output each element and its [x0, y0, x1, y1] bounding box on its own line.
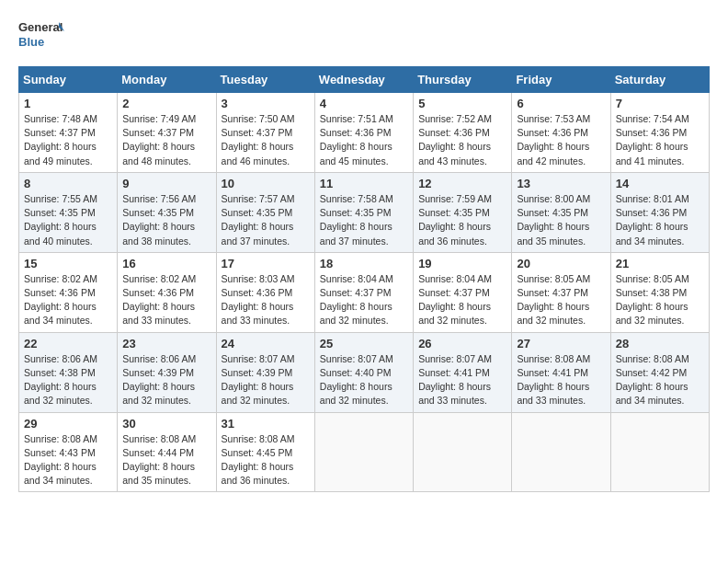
day-info: Sunrise: 8:08 AMSunset: 4:41 PMDaylight:… [517, 352, 605, 408]
day-info: Sunrise: 7:51 AMSunset: 4:36 PMDaylight:… [320, 112, 408, 168]
day-number: 29 [24, 417, 112, 431]
svg-text:Blue: Blue [18, 35, 44, 49]
day-number: 16 [122, 257, 210, 270]
calendar-cell: 17 Sunrise: 8:03 AMSunset: 4:36 PMDaylig… [216, 252, 314, 332]
calendar-cell [512, 412, 610, 492]
day-info: Sunrise: 8:07 AMSunset: 4:41 PMDaylight:… [418, 352, 506, 408]
calendar-cell: 13 Sunrise: 8:00 AMSunset: 4:35 PMDaylig… [512, 172, 610, 252]
day-info: Sunrise: 7:52 AMSunset: 4:36 PMDaylight:… [418, 112, 506, 168]
header: General Blue [18, 18, 710, 52]
day-info: Sunrise: 8:06 AMSunset: 4:39 PMDaylight:… [122, 352, 210, 408]
calendar-cell: 14 Sunrise: 8:01 AMSunset: 4:36 PMDaylig… [610, 172, 709, 252]
day-number: 2 [122, 97, 210, 110]
day-info: Sunrise: 8:05 AMSunset: 4:37 PMDaylight:… [517, 272, 605, 328]
day-number: 11 [320, 177, 408, 190]
day-info: Sunrise: 8:03 AMSunset: 4:36 PMDaylight:… [222, 272, 310, 328]
day-number: 17 [222, 257, 310, 270]
day-number: 7 [616, 97, 704, 110]
day-info: Sunrise: 8:02 AMSunset: 4:36 PMDaylight:… [24, 272, 112, 328]
calendar-cell: 24 Sunrise: 8:07 AMSunset: 4:39 PMDaylig… [216, 332, 314, 412]
day-info: Sunrise: 8:08 AMSunset: 4:44 PMDaylight:… [122, 432, 210, 488]
day-info: Sunrise: 7:58 AMSunset: 4:35 PMDaylight:… [320, 192, 408, 248]
calendar-cell: 27 Sunrise: 8:08 AMSunset: 4:41 PMDaylig… [512, 332, 610, 412]
calendar-cell: 18 Sunrise: 8:04 AMSunset: 4:37 PMDaylig… [314, 252, 413, 332]
day-info: Sunrise: 8:02 AMSunset: 4:36 PMDaylight:… [122, 272, 210, 328]
day-info: Sunrise: 7:56 AMSunset: 4:35 PMDaylight:… [122, 192, 210, 248]
day-info: Sunrise: 8:08 AMSunset: 4:45 PMDaylight:… [222, 432, 310, 488]
day-info: Sunrise: 8:06 AMSunset: 4:38 PMDaylight:… [24, 352, 112, 408]
calendar-cell: 20 Sunrise: 8:05 AMSunset: 4:37 PMDaylig… [512, 252, 610, 332]
day-number: 23 [122, 337, 210, 350]
day-info: Sunrise: 8:00 AMSunset: 4:35 PMDaylight:… [517, 192, 605, 248]
day-info: Sunrise: 7:54 AMSunset: 4:36 PMDaylight:… [616, 112, 704, 168]
calendar-cell: 28 Sunrise: 8:08 AMSunset: 4:42 PMDaylig… [610, 332, 709, 412]
day-number: 6 [517, 97, 605, 110]
calendar-cell: 26 Sunrise: 8:07 AMSunset: 4:41 PMDaylig… [414, 332, 512, 412]
weekday-header-monday: Monday [118, 67, 216, 93]
day-info: Sunrise: 7:49 AMSunset: 4:37 PMDaylight:… [122, 112, 210, 168]
day-info: Sunrise: 7:50 AMSunset: 4:37 PMDaylight:… [222, 112, 310, 168]
calendar-cell: 10 Sunrise: 7:57 AMSunset: 4:35 PMDaylig… [216, 172, 314, 252]
day-number: 31 [222, 417, 310, 431]
calendar-cell: 19 Sunrise: 8:04 AMSunset: 4:37 PMDaylig… [414, 252, 512, 332]
day-number: 5 [418, 97, 506, 110]
day-info: Sunrise: 8:07 AMSunset: 4:39 PMDaylight:… [222, 352, 310, 408]
day-info: Sunrise: 7:53 AMSunset: 4:36 PMDaylight:… [517, 112, 605, 168]
day-info: Sunrise: 7:48 AMSunset: 4:37 PMDaylight:… [24, 112, 112, 168]
calendar-cell: 22 Sunrise: 8:06 AMSunset: 4:38 PMDaylig… [19, 332, 118, 412]
day-info: Sunrise: 7:55 AMSunset: 4:35 PMDaylight:… [24, 192, 112, 248]
calendar-cell [414, 412, 512, 492]
calendar-cell: 31 Sunrise: 8:08 AMSunset: 4:45 PMDaylig… [216, 412, 314, 492]
day-info: Sunrise: 8:05 AMSunset: 4:38 PMDaylight:… [616, 272, 704, 328]
calendar-cell [314, 412, 413, 492]
calendar-cell: 25 Sunrise: 8:07 AMSunset: 4:40 PMDaylig… [314, 332, 413, 412]
weekday-header-sunday: Sunday [19, 67, 118, 93]
day-number: 12 [418, 177, 506, 190]
weekday-header-wednesday: Wednesday [314, 67, 413, 93]
day-number: 22 [24, 337, 112, 350]
weekday-header-saturday: Saturday [610, 67, 709, 93]
calendar-cell: 5 Sunrise: 7:52 AMSunset: 4:36 PMDayligh… [414, 93, 512, 173]
day-number: 8 [24, 177, 112, 190]
calendar-cell: 2 Sunrise: 7:49 AMSunset: 4:37 PMDayligh… [118, 93, 216, 173]
logo-svg: General Blue [18, 18, 64, 52]
calendar-cell: 23 Sunrise: 8:06 AMSunset: 4:39 PMDaylig… [118, 332, 216, 412]
calendar-cell: 7 Sunrise: 7:54 AMSunset: 4:36 PMDayligh… [610, 93, 709, 173]
calendar-cell: 11 Sunrise: 7:58 AMSunset: 4:35 PMDaylig… [314, 172, 413, 252]
calendar-cell: 15 Sunrise: 8:02 AMSunset: 4:36 PMDaylig… [19, 252, 118, 332]
day-number: 19 [418, 257, 506, 270]
calendar-cell: 21 Sunrise: 8:05 AMSunset: 4:38 PMDaylig… [610, 252, 709, 332]
day-number: 20 [517, 257, 605, 270]
calendar-cell: 3 Sunrise: 7:50 AMSunset: 4:37 PMDayligh… [216, 93, 314, 173]
day-number: 27 [517, 337, 605, 350]
day-number: 24 [222, 337, 310, 350]
weekday-header-thursday: Thursday [414, 67, 512, 93]
weekday-header-tuesday: Tuesday [216, 67, 314, 93]
day-number: 4 [320, 97, 408, 110]
day-info: Sunrise: 7:59 AMSunset: 4:35 PMDaylight:… [418, 192, 506, 248]
day-info: Sunrise: 8:01 AMSunset: 4:36 PMDaylight:… [616, 192, 704, 248]
day-number: 1 [24, 97, 112, 110]
day-number: 14 [616, 177, 704, 190]
day-number: 25 [320, 337, 408, 350]
calendar-table: SundayMondayTuesdayWednesdayThursdayFrid… [18, 66, 710, 492]
calendar-cell: 12 Sunrise: 7:59 AMSunset: 4:35 PMDaylig… [414, 172, 512, 252]
day-info: Sunrise: 8:08 AMSunset: 4:43 PMDaylight:… [24, 432, 112, 488]
day-number: 10 [222, 177, 310, 190]
calendar-cell: 4 Sunrise: 7:51 AMSunset: 4:36 PMDayligh… [314, 93, 413, 173]
logo: General Blue [18, 18, 64, 52]
day-number: 13 [517, 177, 605, 190]
calendar-cell: 8 Sunrise: 7:55 AMSunset: 4:35 PMDayligh… [19, 172, 118, 252]
calendar-cell: 1 Sunrise: 7:48 AMSunset: 4:37 PMDayligh… [19, 93, 118, 173]
calendar-cell: 16 Sunrise: 8:02 AMSunset: 4:36 PMDaylig… [118, 252, 216, 332]
day-number: 30 [122, 417, 210, 431]
day-number: 9 [122, 177, 210, 190]
calendar-cell: 29 Sunrise: 8:08 AMSunset: 4:43 PMDaylig… [19, 412, 118, 492]
day-number: 28 [616, 337, 704, 350]
day-info: Sunrise: 8:08 AMSunset: 4:42 PMDaylight:… [616, 352, 704, 408]
day-number: 3 [222, 97, 310, 110]
day-number: 21 [616, 257, 704, 270]
day-info: Sunrise: 8:07 AMSunset: 4:40 PMDaylight:… [320, 352, 408, 408]
calendar-cell: 6 Sunrise: 7:53 AMSunset: 4:36 PMDayligh… [512, 93, 610, 173]
calendar-cell: 30 Sunrise: 8:08 AMSunset: 4:44 PMDaylig… [118, 412, 216, 492]
